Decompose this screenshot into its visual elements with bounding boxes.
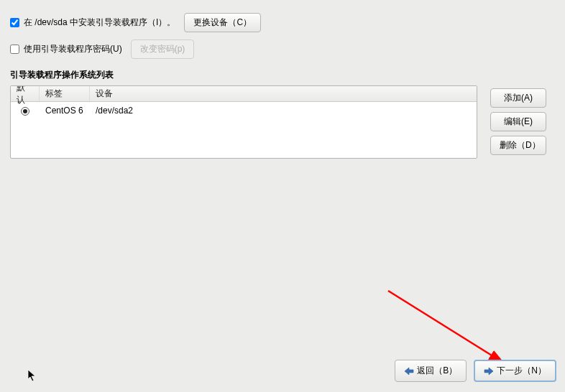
row-default-radio[interactable]: [11, 106, 40, 116]
use-password-label: 使用引导装载程序密码(U): [24, 43, 122, 55]
use-password-row: 使用引导装载程序密码(U) 改变密码(p): [10, 39, 555, 59]
side-buttons: 添加(A) 编辑(E) 删除（D）: [490, 88, 546, 155]
arrow-left-icon: [404, 367, 414, 375]
footer-nav: 返回（B） 下一步（N）: [395, 360, 556, 382]
col-header-default[interactable]: 默认: [11, 86, 40, 101]
back-button[interactable]: 返回（B）: [395, 360, 467, 382]
next-button-label: 下一步（N）: [497, 365, 546, 377]
next-button[interactable]: 下一步（N）: [474, 360, 556, 382]
delete-button[interactable]: 删除（D）: [490, 136, 546, 155]
change-device-button[interactable]: 更换设备（C）: [184, 13, 261, 32]
row-device: /dev/sda2: [90, 106, 477, 116]
radio-selected-icon: [21, 107, 29, 116]
back-button-label: 返回（B）: [417, 365, 457, 377]
os-list-title: 引导装载程序操作系统列表: [10, 69, 555, 81]
install-bootloader-row: 在 /dev/sda 中安装引导装载程序（I）。 更换设备（C）: [10, 13, 555, 32]
edit-button[interactable]: 编辑(E): [490, 112, 546, 131]
os-table[interactable]: 默认 标签 设备 CentOS 6 /dev/sda2: [10, 85, 477, 159]
svg-line-0: [388, 291, 503, 363]
arrow-right-icon: [484, 367, 494, 375]
change-password-button: 改变密码(p): [131, 39, 195, 59]
os-table-header: 默认 标签 设备: [11, 86, 477, 102]
add-button[interactable]: 添加(A): [490, 88, 546, 108]
col-header-device[interactable]: 设备: [90, 86, 477, 101]
table-row[interactable]: CentOS 6 /dev/sda2: [11, 102, 477, 119]
use-password-checkbox[interactable]: [10, 45, 19, 54]
install-bootloader-label: 在 /dev/sda 中安装引导装载程序（I）。: [24, 17, 175, 29]
cursor-icon: [27, 369, 37, 385]
install-bootloader-checkbox[interactable]: [10, 18, 19, 27]
row-label: CentOS 6: [40, 106, 90, 116]
col-header-label[interactable]: 标签: [40, 86, 90, 101]
